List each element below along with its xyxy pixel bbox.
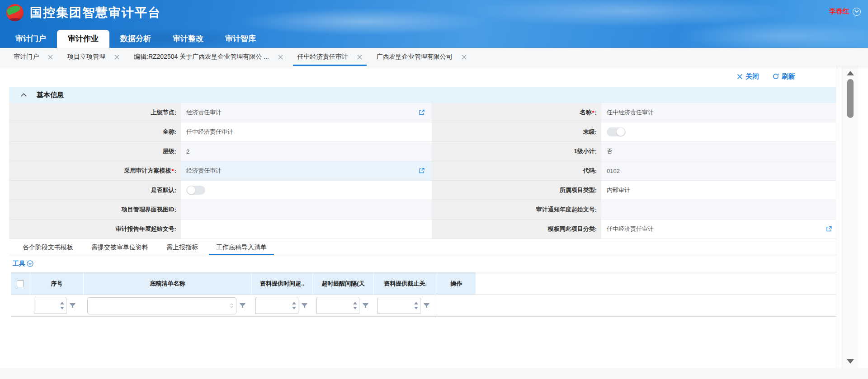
spinner-arrows[interactable] bbox=[58, 298, 66, 313]
tab-close-icon[interactable] bbox=[114, 55, 119, 60]
field-value-上级节点[interactable]: 经济责任审计 bbox=[181, 103, 432, 122]
column-header-3: 资料提供时间超.. bbox=[252, 272, 313, 295]
field-value-末级[interactable] bbox=[601, 122, 836, 142]
field-value-模板同此项目分类[interactable]: 任中经济责任审计 bbox=[601, 220, 836, 239]
field-value-层级[interactable]: 2 bbox=[181, 142, 432, 161]
filter-funnel-icon[interactable] bbox=[362, 302, 369, 309]
field-label: 代码: bbox=[432, 161, 601, 181]
field-label-colon: : bbox=[595, 206, 597, 213]
toggle-是否默认[interactable] bbox=[186, 186, 205, 195]
field-value-全称[interactable]: 任中经济责任审计 bbox=[181, 122, 432, 142]
scroll-down-arrow-icon[interactable] bbox=[847, 359, 854, 364]
spinner-arrows[interactable] bbox=[351, 298, 359, 313]
filter-funnel-icon[interactable] bbox=[239, 302, 246, 309]
spinner-up-icon[interactable] bbox=[292, 302, 296, 304]
field-value-代码[interactable]: 0102 bbox=[601, 161, 836, 181]
chevron-down-circle-icon bbox=[27, 260, 33, 267]
field-value-所属项目类型[interactable]: 内部审计 bbox=[601, 181, 836, 200]
field-label-text: 是否默认 bbox=[151, 186, 175, 194]
basic-info-section-header[interactable]: 基本信息 bbox=[9, 87, 836, 103]
name-filter-combobox[interactable] bbox=[87, 297, 236, 314]
doc-tab-0[interactable]: 审计门户 bbox=[6, 48, 60, 66]
nav-item-3[interactable]: 审计整改 bbox=[162, 30, 214, 48]
spinner-down-icon[interactable] bbox=[353, 307, 357, 309]
field-label-text: 审计报告年度起始文号 bbox=[116, 225, 175, 233]
filter-value-field[interactable] bbox=[91, 302, 230, 309]
nav-item-4[interactable]: 审计智库 bbox=[214, 30, 267, 48]
spinner-up-icon[interactable] bbox=[414, 302, 418, 304]
field-value-text: 任中经济责任审计 bbox=[607, 225, 654, 233]
nav-item-2[interactable]: 数据分析 bbox=[109, 30, 162, 48]
toggle-末级[interactable] bbox=[607, 127, 626, 136]
column-header-label: 资料提供截止关. bbox=[384, 280, 427, 288]
combo-arrows[interactable] bbox=[230, 303, 233, 308]
filter-value-field[interactable] bbox=[256, 298, 290, 313]
close-page-label: 关闭 bbox=[745, 72, 759, 81]
field-label-text: 层级 bbox=[163, 147, 175, 155]
field-value-项目管理界面视图ID[interactable] bbox=[181, 200, 432, 220]
detail-tab-3[interactable]: 工作底稿导入清单 bbox=[207, 240, 276, 255]
user-menu[interactable]: 李春红 bbox=[829, 7, 861, 16]
spinner-down-icon[interactable] bbox=[414, 307, 418, 309]
column-header-label: 超时提醒间隔(天 bbox=[321, 280, 364, 288]
scrollbar-thumb[interactable] bbox=[847, 79, 854, 118]
tab-close-icon[interactable] bbox=[278, 55, 283, 60]
number-filter-input[interactable] bbox=[316, 298, 359, 314]
company-logo-icon bbox=[6, 4, 24, 21]
cloud-decoration bbox=[678, 22, 868, 48]
field-value-是否默认[interactable] bbox=[181, 181, 432, 200]
select-all-checkbox[interactable] bbox=[17, 280, 24, 287]
tools-menu-button[interactable]: 工具 bbox=[13, 260, 33, 268]
nav-item-1[interactable]: 审计作业 bbox=[57, 30, 109, 48]
doc-tab-2[interactable]: 编辑:RZ202504 关于广西农垦企业管理有限公 ... bbox=[127, 48, 290, 66]
close-page-button[interactable]: 关闭 bbox=[737, 72, 759, 81]
cloud-decoration bbox=[235, 8, 488, 35]
external-link-icon[interactable] bbox=[826, 226, 832, 232]
detail-tab-1[interactable]: 需提交被审单位资料 bbox=[82, 240, 157, 255]
filter-funnel-icon[interactable] bbox=[423, 302, 430, 309]
spinner-down-icon[interactable] bbox=[292, 307, 296, 309]
doc-tab-4[interactable]: 广西农垦企业管理有限公司 bbox=[369, 48, 474, 66]
spinner-up-icon[interactable] bbox=[353, 302, 357, 304]
detail-tab-0[interactable]: 各个阶段文书模板 bbox=[14, 240, 82, 255]
filter-funnel-icon[interactable] bbox=[69, 302, 76, 309]
doc-tab-3[interactable]: 任中经济责任审计 bbox=[290, 48, 369, 66]
field-label-colon: : bbox=[595, 168, 597, 174]
spinner-arrows[interactable] bbox=[412, 298, 420, 313]
filter-value-field[interactable] bbox=[378, 298, 412, 313]
document-tab-bar: 审计门户项目立项管理编辑:RZ202504 关于广西农垦企业管理有限公 ...任… bbox=[0, 48, 868, 66]
filter-funnel-icon[interactable] bbox=[301, 302, 308, 309]
external-link-icon[interactable] bbox=[419, 110, 425, 116]
field-label-colon: : bbox=[595, 187, 597, 194]
content-pane: 关闭 刷新 基本信息 上级节点:经济责任审计名称*:任中经济责任审计全称:任中经… bbox=[0, 66, 837, 368]
field-value-审计通知年度起始文号[interactable] bbox=[601, 200, 836, 220]
spinner-down-icon[interactable] bbox=[60, 307, 64, 309]
number-filter-input[interactable] bbox=[255, 298, 298, 314]
tab-close-icon[interactable] bbox=[462, 55, 467, 60]
spinner-arrows[interactable] bbox=[290, 298, 298, 313]
field-label-text: 1级小计 bbox=[574, 147, 594, 155]
field-value-采用审计方案模板[interactable]: 经济责任审计 bbox=[181, 161, 432, 181]
spinner-up-icon[interactable] bbox=[60, 302, 64, 304]
combo-down-icon[interactable] bbox=[230, 306, 233, 308]
combo-up-icon[interactable] bbox=[230, 303, 233, 305]
doc-tab-label: 广西农垦企业管理有限公司 bbox=[377, 53, 453, 61]
number-filter-input[interactable] bbox=[377, 298, 420, 314]
tab-close-icon[interactable] bbox=[48, 55, 53, 60]
external-link-icon[interactable] bbox=[419, 168, 425, 174]
vertical-scrollbar[interactable] bbox=[842, 66, 858, 368]
refresh-page-button[interactable]: 刷新 bbox=[773, 72, 795, 81]
detail-tab-2[interactable]: 需上报指标 bbox=[157, 240, 207, 255]
chevron-down-icon[interactable] bbox=[853, 8, 861, 16]
field-value-审计报告年度起始文号[interactable] bbox=[181, 220, 432, 239]
filter-value-field[interactable] bbox=[317, 298, 351, 313]
field-value-text: 否 bbox=[607, 147, 613, 155]
field-value-名称[interactable]: 任中经济责任审计 bbox=[601, 103, 836, 122]
scroll-up-arrow-icon[interactable] bbox=[847, 71, 854, 75]
nav-item-0[interactable]: 审计门户 bbox=[5, 30, 57, 48]
tab-close-icon[interactable] bbox=[357, 55, 362, 60]
doc-tab-1[interactable]: 项目立项管理 bbox=[60, 48, 127, 66]
field-value-1级小计[interactable]: 否 bbox=[601, 142, 836, 161]
filter-value-field[interactable] bbox=[34, 298, 58, 313]
number-filter-input[interactable] bbox=[34, 298, 66, 314]
